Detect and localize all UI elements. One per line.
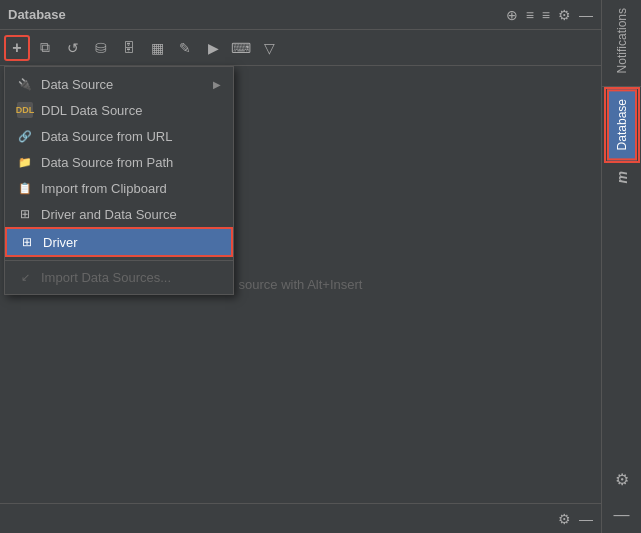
toolbar: + ⧉ ↺ ⛁ 🗄 ▦ ✎ ▶ ⌨ ▽ xyxy=(0,30,601,66)
minimize-icon[interactable]: — xyxy=(579,7,593,23)
driver-icon: ⊞ xyxy=(19,234,35,250)
main-panel: Database ⊕ ≡ ≡ ⚙ — + ⧉ ↺ ⛁ 🗄 ▦ ✎ ▶ ⌨ ▽ s… xyxy=(0,0,601,533)
schema-button[interactable]: ⛁ xyxy=(88,35,114,61)
menu-item-driver-data-source[interactable]: ⊞ Driver and Data Source xyxy=(5,201,233,227)
import-icon: ↙ xyxy=(17,269,33,285)
bottom-settings-icon[interactable]: ⚙ xyxy=(558,511,571,527)
menu-item-ddl-data-source[interactable]: DDL DDL Data Source xyxy=(5,97,233,123)
driver-ds-icon: ⊞ xyxy=(17,206,33,222)
url-icon: 🔗 xyxy=(17,128,33,144)
add-button[interactable]: + xyxy=(4,35,30,61)
menu-item-path-label: Data Source from Path xyxy=(41,155,221,170)
database-tab-wrapper: Database xyxy=(604,87,640,162)
title-bar: Database ⊕ ≡ ≡ ⚙ — xyxy=(0,0,601,30)
menu-item-driver-label: Driver xyxy=(43,235,219,250)
list2-icon[interactable]: ≡ xyxy=(542,7,550,23)
menu-item-ddl-label: DDL Data Source xyxy=(41,103,221,118)
panel-title: Database xyxy=(8,7,66,22)
menu-item-data-source-url[interactable]: 🔗 Data Source from URL xyxy=(5,123,233,149)
dropdown-menu: 🔌 Data Source ▶ DDL DDL Data Source 🔗 Da… xyxy=(4,66,234,295)
table-button[interactable]: ▦ xyxy=(144,35,170,61)
menu-item-import-clipboard[interactable]: 📋 Import from Clipboard xyxy=(5,175,233,201)
console-button[interactable]: ⌨ xyxy=(228,35,254,61)
menu-item-data-source-path[interactable]: 📁 Data Source from Path xyxy=(5,149,233,175)
edit-button[interactable]: ✎ xyxy=(172,35,198,61)
menu-item-driver[interactable]: ⊞ Driver xyxy=(5,227,233,257)
path-icon: 📁 xyxy=(17,154,33,170)
sidebar-minimize-icon[interactable]: — xyxy=(604,497,640,533)
sidebar-tab-database[interactable]: Database xyxy=(607,89,637,160)
bottom-minimize-icon[interactable]: — xyxy=(579,511,593,527)
sidebar-tab-maven[interactable]: m xyxy=(608,163,636,191)
bottom-bar: ⚙ — xyxy=(0,503,601,533)
filter-button[interactable]: ▽ xyxy=(256,35,282,61)
ddl-icon: DDL xyxy=(17,102,33,118)
menu-item-import-data-sources[interactable]: ↙ Import Data Sources... xyxy=(5,264,233,290)
run-button[interactable]: ▶ xyxy=(200,35,226,61)
db-button[interactable]: 🗄 xyxy=(116,35,142,61)
content-hint: source with Alt+Insert xyxy=(239,277,363,292)
menu-item-data-source[interactable]: 🔌 Data Source ▶ xyxy=(5,71,233,97)
sidebar-tab-notifications[interactable]: Notifications xyxy=(609,0,635,81)
sidebar-bottom-icons: ⚙ — xyxy=(602,456,641,533)
menu-item-url-label: Data Source from URL xyxy=(41,129,221,144)
list-icon[interactable]: ≡ xyxy=(526,7,534,23)
notifications-area: Notifications xyxy=(602,0,641,87)
menu-item-clipboard-label: Import from Clipboard xyxy=(41,181,221,196)
settings-icon[interactable]: ⚙ xyxy=(558,7,571,23)
title-bar-actions: ⊕ ≡ ≡ ⚙ — xyxy=(506,7,593,23)
refresh-button[interactable]: ↺ xyxy=(60,35,86,61)
sidebar-settings-icon[interactable]: ⚙ xyxy=(604,461,640,497)
globe-icon[interactable]: ⊕ xyxy=(506,7,518,23)
clipboard-icon: 📋 xyxy=(17,180,33,196)
menu-item-data-source-label: Data Source xyxy=(41,77,205,92)
menu-item-import-label: Import Data Sources... xyxy=(41,270,221,285)
data-source-icon: 🔌 xyxy=(17,76,33,92)
copy-button[interactable]: ⧉ xyxy=(32,35,58,61)
menu-item-driver-ds-label: Driver and Data Source xyxy=(41,207,221,222)
arrow-icon: ▶ xyxy=(213,79,221,90)
menu-separator xyxy=(5,260,233,261)
right-sidebar: Notifications Database m ⚙ — xyxy=(601,0,641,533)
